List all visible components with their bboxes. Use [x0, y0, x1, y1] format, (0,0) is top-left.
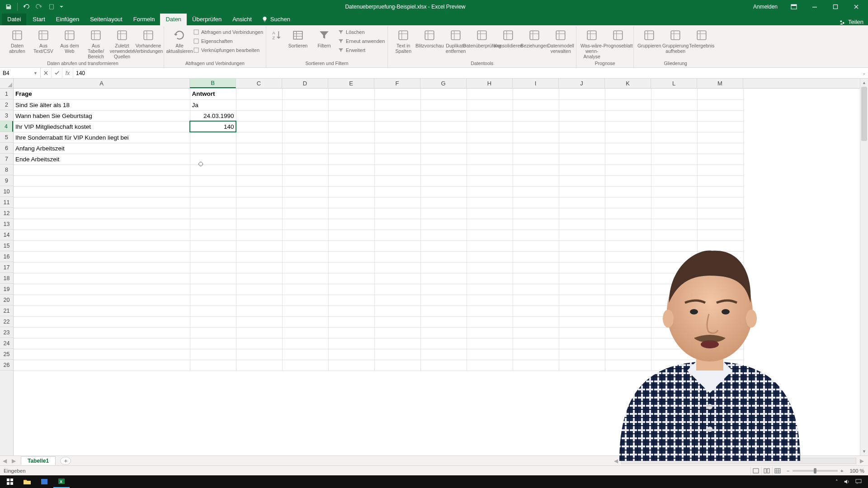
cell-B14[interactable]: [190, 230, 236, 240]
tools-btn-2[interactable]: Duplikate entfernen: [443, 27, 468, 54]
ribbon-display-options-icon[interactable]: [784, 0, 804, 14]
cell-G6[interactable]: [420, 143, 467, 154]
col-header-J[interactable]: J: [559, 79, 605, 88]
cell-F4[interactable]: [374, 121, 420, 132]
view-page-break-icon[interactable]: [772, 467, 783, 475]
cell-K11[interactable]: [605, 197, 651, 208]
cell-H9[interactable]: [467, 175, 513, 186]
start-button[interactable]: [2, 475, 18, 488]
cell-D20[interactable]: [282, 295, 328, 305]
cell-D4[interactable]: [282, 121, 328, 132]
row-header-20[interactable]: 20: [0, 295, 13, 305]
cell-I25[interactable]: [513, 349, 559, 360]
cell-K1[interactable]: [605, 89, 651, 99]
cell-C11[interactable]: [236, 197, 282, 208]
cell-L11[interactable]: [651, 197, 697, 208]
cell-J16[interactable]: [559, 251, 605, 262]
cell-L7[interactable]: [651, 154, 697, 164]
cell-H4[interactable]: [467, 121, 513, 132]
cell-B21[interactable]: [190, 305, 236, 316]
cell-L16[interactable]: [651, 251, 697, 262]
cell-C25[interactable]: [236, 349, 282, 360]
cell-C17[interactable]: [236, 262, 282, 273]
sheet-nav-next-icon[interactable]: ▶: [9, 458, 18, 464]
cell-C22[interactable]: [236, 316, 282, 327]
cell-B7[interactable]: [190, 154, 236, 164]
cell-M8[interactable]: [697, 164, 743, 175]
cell-K20[interactable]: [605, 295, 651, 305]
cell-K16[interactable]: [605, 251, 651, 262]
cell-G2[interactable]: [420, 99, 467, 110]
tell-me-search[interactable]: Suchen: [257, 14, 295, 25]
cell-J7[interactable]: [559, 154, 605, 164]
cell-I23[interactable]: [513, 327, 559, 338]
forecast-btn-0[interactable]: Was-wäre-wenn- Analyse: [579, 27, 604, 59]
refresh-all-button[interactable]: Alle aktualisieren: [167, 27, 192, 54]
redo-icon[interactable]: [34, 2, 44, 12]
cell-G24[interactable]: [420, 338, 467, 349]
cell-B6[interactable]: [190, 143, 236, 154]
cell-I18[interactable]: [513, 273, 559, 284]
cell-M9[interactable]: [697, 175, 743, 186]
cell-C18[interactable]: [236, 273, 282, 284]
cell-D12[interactable]: [282, 208, 328, 219]
cell-M12[interactable]: [697, 208, 743, 219]
cell-M7[interactable]: [697, 154, 743, 164]
cell-G11[interactable]: [420, 197, 467, 208]
cell-M2[interactable]: [697, 99, 743, 110]
cell-D21[interactable]: [282, 305, 328, 316]
cell-B18[interactable]: [190, 273, 236, 284]
select-all-corner[interactable]: [0, 79, 14, 89]
hscroll-left-icon[interactable]: ◀: [611, 458, 620, 464]
cell-K2[interactable]: [605, 99, 651, 110]
cell-F3[interactable]: [374, 110, 420, 121]
cell-E13[interactable]: [328, 219, 374, 230]
row-header-13[interactable]: 13: [0, 219, 13, 230]
cell-E17[interactable]: [328, 262, 374, 273]
zoom-in-icon[interactable]: +: [840, 468, 844, 474]
cell-B9[interactable]: [190, 175, 236, 186]
tray-chevron-icon[interactable]: ˄: [835, 479, 838, 485]
cell-H23[interactable]: [467, 327, 513, 338]
share-button[interactable]: Teilen: [839, 19, 868, 25]
cell-H21[interactable]: [467, 305, 513, 316]
cell-M1[interactable]: [697, 89, 743, 99]
cell-I3[interactable]: [513, 110, 559, 121]
cell-H10[interactable]: [467, 186, 513, 197]
queries-item-0[interactable]: Abfragen und Verbindungen: [193, 28, 263, 36]
cell-C24[interactable]: [236, 338, 282, 349]
cell-L15[interactable]: [651, 240, 697, 251]
zoom-level[interactable]: 100 %: [849, 468, 864, 474]
cell-M23[interactable]: [697, 327, 743, 338]
cell-J26[interactable]: [559, 360, 605, 371]
cell-I14[interactable]: [513, 230, 559, 240]
cell-G23[interactable]: [420, 327, 467, 338]
cell-I22[interactable]: [513, 316, 559, 327]
cell-J11[interactable]: [559, 197, 605, 208]
maximize-button[interactable]: [826, 0, 845, 14]
cell-K18[interactable]: [605, 273, 651, 284]
cell-D9[interactable]: [282, 175, 328, 186]
name-box[interactable]: ▼: [0, 68, 41, 78]
cell-H26[interactable]: [467, 360, 513, 371]
outline-btn-1[interactable]: Gruppierung aufheben: [663, 27, 688, 54]
cell-A15[interactable]: [14, 240, 190, 251]
cell-D18[interactable]: [282, 273, 328, 284]
row-header-9[interactable]: 9: [0, 175, 13, 186]
cell-C12[interactable]: [236, 208, 282, 219]
cell-E1[interactable]: [328, 89, 374, 99]
cell-K12[interactable]: [605, 208, 651, 219]
cell-M13[interactable]: [697, 219, 743, 230]
cell-B13[interactable]: [190, 219, 236, 230]
row-header-6[interactable]: 6: [0, 143, 13, 154]
cell-G16[interactable]: [420, 251, 467, 262]
cell-H20[interactable]: [467, 295, 513, 305]
cell-D2[interactable]: [282, 99, 328, 110]
row-header-17[interactable]: 17: [0, 262, 13, 273]
cell-L5[interactable]: [651, 132, 697, 143]
cell-G19[interactable]: [420, 284, 467, 295]
row-header-1[interactable]: 1: [0, 89, 13, 99]
cell-J23[interactable]: [559, 327, 605, 338]
cancel-edit-button[interactable]: [41, 68, 52, 78]
cell-H2[interactable]: [467, 99, 513, 110]
